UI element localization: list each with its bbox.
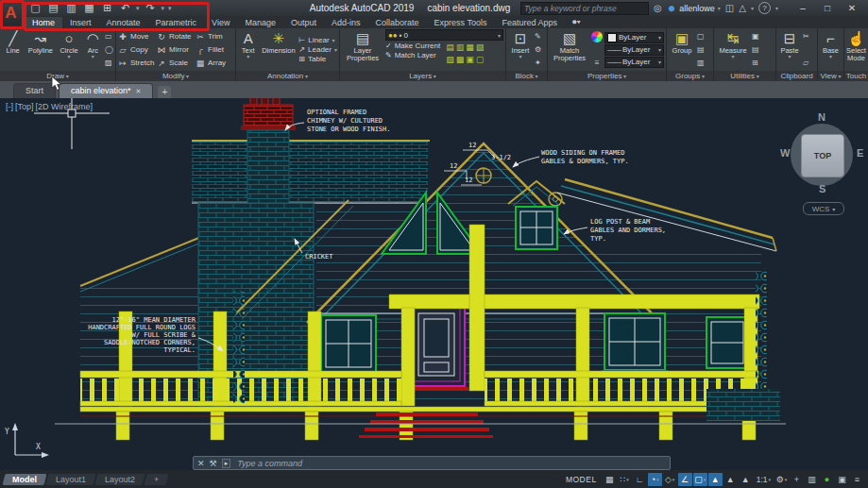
tab-parametric[interactable]: Parametric [148, 17, 205, 28]
leader-button[interactable]: ↗Leader▾ [298, 45, 337, 54]
app-store-icon[interactable]: ◫ [725, 3, 734, 13]
linetype-select[interactable]: —— ByLayer▾ [604, 44, 664, 56]
panel-label-view[interactable]: View [818, 71, 843, 81]
panel-label-properties[interactable]: Properties [548, 71, 666, 81]
hatch-icon[interactable]: ▨ [105, 58, 113, 68]
panel-label-modify[interactable]: Modify [116, 71, 235, 81]
help-search-input[interactable] [520, 2, 649, 15]
viewport-style-control[interactable]: [2D Wireframe] [36, 102, 94, 111]
plot-icon[interactable]: ⊞ [100, 2, 114, 14]
tab-collaborate[interactable]: Collaborate [368, 17, 427, 28]
scale-button[interactable]: ↗Scale [157, 57, 196, 70]
polar-tracking-icon[interactable]: ◔ [648, 473, 662, 486]
layout-tab-model[interactable]: Model [3, 474, 47, 485]
tab-output[interactable]: Output [283, 17, 324, 28]
ungroup-icon[interactable]: ▢ [697, 31, 705, 42]
save-icon[interactable]: ▥ [64, 2, 78, 14]
panel-label-annotation[interactable]: Annotation [236, 71, 339, 81]
array-button[interactable]: ▦Array [196, 57, 234, 70]
id-point-icon[interactable]: ▣ [752, 31, 759, 42]
workspace-icon[interactable]: ⚙ [774, 473, 789, 486]
line-button[interactable]: ╱ Line [2, 29, 24, 70]
object-snap-tracking-icon[interactable]: ∠ [678, 473, 692, 486]
quick-select-icon[interactable]: ▤ [752, 44, 759, 55]
viewcube-south[interactable]: S [819, 183, 825, 194]
block-attributes-icon[interactable]: ✦ [535, 58, 541, 68]
circle-button[interactable]: ○ Circle▾ [57, 29, 80, 70]
file-tab-start[interactable]: Start [13, 83, 56, 98]
ellipse-icon[interactable]: ◯ [105, 44, 113, 55]
copy-button[interactable]: ▱Copy [118, 43, 157, 57]
select-mode-button[interactable]: ☝ Select Mode [846, 29, 866, 70]
annotation-monitor-icon[interactable]: + [790, 473, 804, 486]
autoscale-icon[interactable]: ▲ [723, 473, 738, 486]
dimension-button[interactable]: ✳ Dimension [260, 29, 297, 70]
object-color-select[interactable]: ByLayer▾ [604, 32, 664, 43]
account-dropdown-icon[interactable]: ▾ [718, 5, 721, 11]
help-icon[interactable]: ? [758, 2, 771, 14]
file-tab-close-icon[interactable]: ✕ [136, 84, 142, 98]
calculator-icon[interactable]: ⊞ [752, 58, 759, 68]
minimize-button[interactable]: – [791, 3, 815, 13]
group-selection-icon[interactable]: ▥ [697, 58, 705, 68]
exchange-dropdown-icon[interactable]: ▾ [751, 5, 754, 11]
panel-label-utilities[interactable]: Utilities [714, 71, 775, 81]
panel-label-groups[interactable]: Groups [667, 71, 713, 81]
ortho-icon[interactable]: ∟ [633, 473, 647, 486]
arc-button[interactable]: ◠ Arc▾ [83, 29, 103, 70]
tab-express-tools[interactable]: Express Tools [427, 17, 495, 28]
new-file-icon[interactable]: ▢ [28, 2, 43, 14]
paste-button[interactable]: ⊟ Paste▾ [778, 29, 801, 70]
tab-insert[interactable]: Insert [62, 17, 99, 28]
undo-icon[interactable]: ↶ [118, 2, 132, 14]
tab-manage[interactable]: Manage [237, 17, 283, 28]
file-tab-cabin-elevation[interactable]: cabin elevation* ✕ [59, 83, 153, 98]
rotate-button[interactable]: ↻Rotate [157, 30, 196, 43]
fillet-button[interactable]: ╭Fillet [196, 43, 234, 57]
panel-label-touch[interactable]: Touch [844, 71, 868, 81]
annotation-visibility-icon[interactable]: ▲ [708, 473, 723, 486]
insert-button[interactable]: ⊡ Insert▾ [508, 29, 533, 70]
cut-icon[interactable]: ✂ [803, 31, 809, 42]
redo-icon[interactable]: ↷ [144, 2, 158, 14]
tab-annotate[interactable]: Annotate [99, 17, 148, 28]
group-button[interactable]: ▣ Group [669, 29, 695, 70]
copy-clip-icon[interactable]: ▱ [803, 58, 809, 68]
ribbon-options-icon[interactable]: ⏺▾ [565, 16, 588, 28]
new-drawing-tab-button[interactable]: + [158, 86, 171, 98]
layer-properties-button[interactable]: ▤ Layer Properties [342, 29, 383, 70]
clean-screen-icon[interactable]: ▣ [835, 473, 849, 486]
group-edit-icon[interactable]: ▤ [697, 44, 705, 55]
viewport-menu-control[interactable]: [-] [6, 102, 13, 111]
customize-icon[interactable]: ≡ [850, 473, 864, 486]
table-button[interactable]: ⊞Table [298, 55, 337, 63]
undo-dropdown-icon[interactable]: ▾ [136, 5, 140, 12]
graphics-performance-icon[interactable]: ● [820, 473, 834, 486]
panel-label-layers[interactable]: Layers [340, 71, 505, 81]
layer-tools-row1[interactable]: ▤▥▦▧ [446, 42, 485, 53]
viewcube-top-face[interactable]: TOP [801, 134, 844, 177]
mirror-button[interactable]: ⋈Mirror [157, 43, 196, 57]
layout-tab-layout2[interactable]: Layout2 [95, 474, 145, 485]
stretch-button[interactable]: ↦Stretch [118, 57, 157, 70]
viewport-view-control[interactable]: [Top] [15, 102, 34, 111]
list-icon[interactable]: ≡ [595, 58, 600, 68]
close-button[interactable]: ✕ [840, 3, 864, 13]
viewcube-west[interactable]: W [780, 147, 790, 159]
tab-add-ins[interactable]: Add-ins [324, 17, 368, 28]
wcs-dropdown[interactable]: WCS▾ [803, 202, 844, 215]
match-layer-button[interactable]: ✎Match Layer [385, 51, 440, 59]
make-current-button[interactable]: ✓Make Current [385, 42, 440, 50]
tab-featured-apps[interactable]: Featured Apps [494, 17, 565, 28]
text-button[interactable]: A Text▾ [238, 29, 258, 70]
block-create-icon[interactable]: ⚙ [535, 44, 541, 55]
base-button[interactable]: ⌐ Base▾ [820, 29, 842, 70]
move-button[interactable]: ✚Move [118, 30, 157, 43]
object-snap-icon[interactable]: ▢ [693, 473, 707, 486]
maximize-button[interactable]: □ [815, 3, 840, 13]
exchange-icon[interactable]: △ [739, 3, 746, 13]
command-input[interactable] [235, 458, 666, 469]
layout-tab-layout1[interactable]: Layout1 [46, 474, 96, 485]
linear-button[interactable]: ⊢Linear▾ [298, 36, 337, 44]
block-edit-icon[interactable]: ✎ [535, 31, 541, 42]
